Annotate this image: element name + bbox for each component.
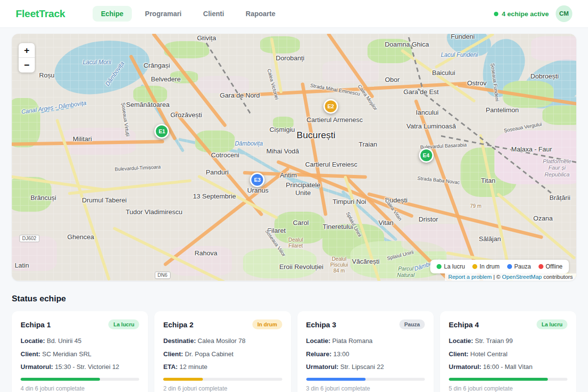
active-teams-label: 4 echipe active	[502, 10, 549, 18]
legend-dot-icon	[539, 264, 543, 269]
status-badge: La lucru	[537, 319, 567, 329]
info-row-label: Locatie:	[306, 337, 331, 344]
info-row: Urmatorul: 15:30 - Str. Victoriei 12	[21, 363, 139, 371]
info-row: Locatie: Piata Romana	[306, 337, 425, 345]
legend-dot-icon	[507, 264, 512, 269]
legend-label: Pauza	[514, 263, 531, 270]
info-row-label: Urmatorul:	[21, 363, 53, 370]
team-card[interactable]: Echipa 3PauzaLocatie: Piata RomanaReluar…	[297, 311, 434, 392]
info-row: Urmatorul: 16:00 - Mall Vitan	[449, 363, 567, 371]
info-row-value: Str. Lipscani 22	[341, 363, 384, 370]
topbar-right: 4 echipe active CM	[494, 5, 572, 22]
progress-bar	[449, 378, 567, 381]
jobs-completed-label: 4 din 6 joburi completate	[21, 385, 139, 392]
team-status-cards: Echipa 1La lucruLocatie: Bd. Unirii 45Cl…	[12, 311, 576, 392]
info-row-label: Client:	[163, 350, 183, 358]
info-row: Client: Dr. Popa Cabinet	[163, 350, 282, 359]
nav-item-clienti[interactable]: Clienti	[195, 6, 233, 22]
info-row-value: 12 minute	[179, 363, 207, 370]
info-row: Destinatie: Calea Mosilor 78	[163, 337, 282, 345]
progress-bar-fill	[21, 378, 100, 381]
team-card-header: Echipa 4La lucru	[449, 319, 567, 329]
legend-item: Pauza	[507, 263, 531, 270]
info-row-value: Dr. Popa Cabinet	[185, 350, 233, 358]
team-card-header: Echipa 1La lucru	[21, 319, 139, 329]
info-row: ETA: 12 minute	[163, 363, 282, 371]
nav-item-rapoarte[interactable]: Rapoarte	[237, 6, 284, 22]
legend-item: La lucru	[437, 263, 465, 270]
active-teams-status: 4 echipe active	[494, 10, 549, 18]
openstreetmap-link[interactable]: OpenStreetMap	[502, 274, 542, 280]
app-logo: FleetTrack	[16, 8, 65, 20]
jobs-completed-label: 3 din 6 joburi completate	[306, 385, 425, 392]
info-row-label: Urmatorul:	[306, 363, 339, 370]
nav-item-programari[interactable]: Programari	[137, 6, 190, 22]
team-marker-e1[interactable]: E1	[154, 124, 169, 139]
status-badge: Pauza	[399, 319, 425, 329]
main-nav: EchipeProgramariClientiRapoarte	[93, 6, 284, 22]
team-card[interactable]: Echipa 4La lucruLocatie: Str. Traian 99C…	[440, 311, 576, 392]
info-row-label: Urmatorul:	[449, 363, 481, 370]
team-marker-e2[interactable]: E2	[323, 99, 338, 114]
zoom-in-button[interactable]: +	[19, 43, 35, 58]
info-row-label: Locatie:	[449, 337, 473, 344]
status-badge: In drum	[252, 319, 282, 329]
team-marker-e3[interactable]: E3	[250, 172, 265, 187]
info-row: Client: Hotel Central	[449, 350, 567, 359]
info-row-label: Reluare:	[306, 350, 332, 358]
progress-bar	[306, 378, 425, 381]
legend-item: Offline	[539, 263, 563, 270]
legend-label: Offline	[546, 263, 563, 270]
info-row-value: Piata Romana	[332, 337, 372, 344]
team-card[interactable]: Echipa 2In drumDestinatie: Calea Mosilor…	[154, 311, 291, 392]
progress-bar-fill	[306, 378, 366, 381]
active-status-dot-icon	[494, 12, 498, 16]
top-navigation-bar: FleetTrack EchipeProgramariClientiRapoar…	[0, 0, 588, 28]
team-card-title: Echipa 4	[449, 320, 479, 329]
team-card-title: Echipa 2	[163, 320, 194, 329]
section-title: Status echipe	[12, 294, 576, 304]
map-zoom-control: + −	[19, 43, 35, 73]
team-card-title: Echipa 3	[306, 320, 337, 329]
info-row-value: Calea Mosilor 78	[197, 337, 245, 344]
status-badge: La lucru	[108, 319, 139, 329]
legend-dot-icon	[437, 264, 441, 269]
progress-bar-fill	[449, 378, 548, 381]
team-card-header: Echipa 3Pauza	[306, 319, 425, 329]
nav-item-echipe[interactable]: Echipe	[93, 6, 132, 22]
legend-label: La lucru	[444, 263, 465, 270]
info-row-label: ETA:	[163, 363, 177, 370]
map-attribution: Report a problem | © OpenStreetMap contr…	[445, 273, 576, 281]
info-row-value: Str. Traian 99	[475, 337, 513, 344]
map[interactable]: GrivițaFundeniDoamna GhicaDorobanțiLacul…	[12, 34, 576, 281]
info-row-label: Client:	[449, 350, 468, 358]
info-row: Locatie: Str. Traian 99	[449, 337, 567, 345]
info-row-value: 15:30 - Str. Victoriei 12	[55, 363, 119, 370]
info-row: Reluare: 13:00	[306, 350, 425, 359]
legend-dot-icon	[472, 264, 477, 269]
info-row-value: Bd. Unirii 45	[47, 337, 81, 344]
info-row: Client: SC Meridian SRL	[21, 350, 139, 359]
report-problem-link[interactable]: Report a problem	[448, 274, 492, 280]
team-card-title: Echipa 1	[21, 320, 51, 329]
progress-bar	[163, 378, 282, 381]
jobs-completed-label: 5 din 6 joburi completate	[449, 385, 567, 392]
info-row-label: Destinatie:	[163, 337, 196, 344]
legend-item: In drum	[472, 263, 500, 270]
progress-bar-fill	[163, 378, 203, 381]
attribution-suffix: contributors	[542, 274, 573, 280]
team-card[interactable]: Echipa 1La lucruLocatie: Bd. Unirii 45Cl…	[12, 311, 148, 392]
map-status-legend: La lucruIn drumPauzaOffline	[430, 260, 569, 273]
info-row-value: 13:00	[333, 350, 349, 358]
info-row-value: Hotel Central	[470, 350, 508, 358]
info-row: Urmatorul: Str. Lipscani 22	[306, 363, 425, 371]
info-row-value: 16:00 - Mall Vitan	[483, 363, 533, 370]
team-marker-e4[interactable]: E4	[419, 148, 434, 163]
jobs-completed-label: 2 din 6 joburi completate	[163, 385, 282, 392]
info-row-label: Client:	[21, 350, 40, 358]
zoom-out-button[interactable]: −	[19, 58, 35, 73]
avatar[interactable]: CM	[556, 5, 572, 22]
info-row-label: Locatie:	[21, 337, 45, 344]
progress-bar	[21, 378, 139, 381]
info-row: Locatie: Bd. Unirii 45	[21, 337, 139, 345]
